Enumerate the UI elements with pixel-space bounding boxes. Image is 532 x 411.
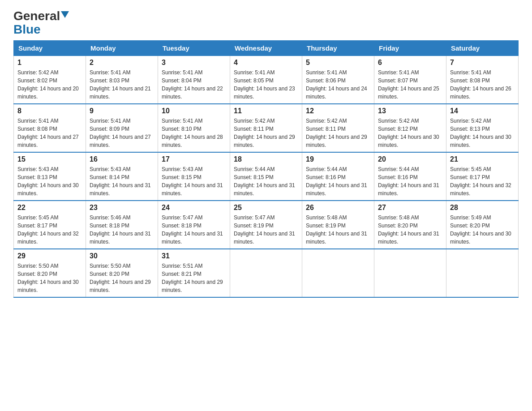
- calendar-week-row: 22 Sunrise: 5:45 AMSunset: 8:17 PMDaylig…: [14, 201, 519, 249]
- day-info: Sunrise: 5:41 AMSunset: 8:03 PMDaylight:…: [90, 69, 151, 100]
- page-header: General Blue: [13, 9, 519, 36]
- calendar-day-cell: 14 Sunrise: 5:42 AMSunset: 8:13 PMDaylig…: [446, 104, 519, 152]
- calendar-day-cell: 11 Sunrise: 5:42 AMSunset: 8:11 PMDaylig…: [230, 104, 302, 152]
- calendar-week-row: 29 Sunrise: 5:50 AMSunset: 8:20 PMDaylig…: [14, 249, 519, 297]
- day-number: 9: [90, 107, 154, 115]
- day-info: Sunrise: 5:41 AMSunset: 8:06 PMDaylight:…: [306, 69, 367, 100]
- calendar-day-cell: 30 Sunrise: 5:50 AMSunset: 8:20 PMDaylig…: [86, 249, 158, 297]
- logo-arrow-icon: [61, 11, 69, 21]
- day-number: 12: [306, 107, 370, 115]
- day-number: 20: [378, 155, 442, 163]
- day-number: 27: [378, 204, 442, 212]
- day-number: 29: [17, 252, 82, 260]
- day-number: 16: [90, 155, 154, 163]
- calendar-day-cell: 1 Sunrise: 5:42 AMSunset: 8:02 PMDayligh…: [14, 56, 86, 104]
- day-info: Sunrise: 5:45 AMSunset: 8:17 PMDaylight:…: [450, 166, 511, 197]
- calendar-week-row: 8 Sunrise: 5:41 AMSunset: 8:08 PMDayligh…: [14, 104, 519, 152]
- column-header-saturday: Saturday: [446, 41, 519, 56]
- day-info: Sunrise: 5:42 AMSunset: 8:12 PMDaylight:…: [378, 118, 439, 148]
- calendar-day-cell: 28 Sunrise: 5:49 AMSunset: 8:20 PMDaylig…: [446, 201, 519, 249]
- calendar-day-cell: 9 Sunrise: 5:41 AMSunset: 8:09 PMDayligh…: [86, 104, 158, 152]
- column-header-tuesday: Tuesday: [158, 41, 230, 56]
- column-header-monday: Monday: [86, 41, 158, 56]
- day-number: 2: [90, 59, 154, 67]
- day-info: Sunrise: 5:42 AMSunset: 8:11 PMDaylight:…: [234, 118, 295, 148]
- column-header-thursday: Thursday: [302, 41, 374, 56]
- calendar-day-cell: 7 Sunrise: 5:41 AMSunset: 8:08 PMDayligh…: [446, 56, 519, 104]
- calendar-week-row: 1 Sunrise: 5:42 AMSunset: 8:02 PMDayligh…: [14, 56, 519, 104]
- day-number: 17: [162, 155, 226, 163]
- day-info: Sunrise: 5:43 AMSunset: 8:13 PMDaylight:…: [17, 166, 79, 197]
- calendar-day-cell: [302, 249, 374, 297]
- day-number: 6: [378, 59, 442, 67]
- day-info: Sunrise: 5:44 AMSunset: 8:15 PMDaylight:…: [234, 166, 295, 197]
- calendar-day-cell: 3 Sunrise: 5:41 AMSunset: 8:04 PMDayligh…: [158, 56, 230, 104]
- day-number: 19: [306, 155, 370, 163]
- calendar-day-cell: 18 Sunrise: 5:44 AMSunset: 8:15 PMDaylig…: [230, 152, 302, 201]
- calendar-day-cell: 19 Sunrise: 5:44 AMSunset: 8:16 PMDaylig…: [302, 152, 374, 201]
- day-number: 30: [90, 252, 154, 260]
- day-info: Sunrise: 5:47 AMSunset: 8:18 PMDaylight:…: [162, 214, 223, 245]
- calendar-header-row: SundayMondayTuesdayWednesdayThursdayFrid…: [14, 41, 519, 56]
- day-number: 18: [234, 155, 298, 163]
- day-number: 25: [234, 204, 298, 212]
- day-info: Sunrise: 5:48 AMSunset: 8:19 PMDaylight:…: [306, 214, 367, 245]
- day-number: 24: [162, 204, 226, 212]
- day-info: Sunrise: 5:44 AMSunset: 8:16 PMDaylight:…: [378, 166, 439, 197]
- day-number: 7: [450, 59, 515, 67]
- column-header-sunday: Sunday: [14, 41, 86, 56]
- day-info: Sunrise: 5:50 AMSunset: 8:20 PMDaylight:…: [17, 263, 79, 293]
- day-number: 21: [450, 155, 515, 163]
- calendar-day-cell: 15 Sunrise: 5:43 AMSunset: 8:13 PMDaylig…: [14, 152, 86, 201]
- calendar-day-cell: [230, 249, 302, 297]
- calendar-day-cell: [374, 249, 446, 297]
- svg-marker-0: [61, 11, 69, 18]
- calendar-day-cell: 27 Sunrise: 5:48 AMSunset: 8:20 PMDaylig…: [374, 201, 446, 249]
- calendar-day-cell: 21 Sunrise: 5:45 AMSunset: 8:17 PMDaylig…: [446, 152, 519, 201]
- day-info: Sunrise: 5:41 AMSunset: 8:10 PMDaylight:…: [162, 118, 223, 148]
- day-info: Sunrise: 5:51 AMSunset: 8:21 PMDaylight:…: [162, 263, 223, 293]
- day-number: 3: [162, 59, 226, 67]
- calendar-day-cell: 16 Sunrise: 5:43 AMSunset: 8:14 PMDaylig…: [86, 152, 158, 201]
- day-info: Sunrise: 5:50 AMSunset: 8:20 PMDaylight:…: [90, 263, 151, 293]
- day-info: Sunrise: 5:41 AMSunset: 8:05 PMDaylight:…: [234, 69, 295, 100]
- day-number: 5: [306, 59, 370, 67]
- logo-blue-text: Blue: [13, 23, 41, 36]
- day-number: 22: [17, 204, 82, 212]
- day-info: Sunrise: 5:43 AMSunset: 8:15 PMDaylight:…: [162, 166, 223, 197]
- calendar-day-cell: 2 Sunrise: 5:41 AMSunset: 8:03 PMDayligh…: [86, 56, 158, 104]
- day-number: 26: [306, 204, 370, 212]
- calendar-day-cell: 29 Sunrise: 5:50 AMSunset: 8:20 PMDaylig…: [14, 249, 86, 297]
- day-info: Sunrise: 5:42 AMSunset: 8:02 PMDaylight:…: [17, 69, 79, 100]
- day-number: 8: [17, 107, 82, 115]
- day-number: 28: [450, 204, 515, 212]
- day-number: 23: [90, 204, 154, 212]
- calendar-week-row: 15 Sunrise: 5:43 AMSunset: 8:13 PMDaylig…: [14, 152, 519, 201]
- calendar-day-cell: 23 Sunrise: 5:46 AMSunset: 8:18 PMDaylig…: [86, 201, 158, 249]
- day-info: Sunrise: 5:47 AMSunset: 8:19 PMDaylight:…: [234, 214, 295, 245]
- day-number: 14: [450, 107, 515, 115]
- calendar-day-cell: 13 Sunrise: 5:42 AMSunset: 8:12 PMDaylig…: [374, 104, 446, 152]
- day-number: 11: [234, 107, 298, 115]
- calendar-day-cell: 22 Sunrise: 5:45 AMSunset: 8:17 PMDaylig…: [14, 201, 86, 249]
- day-info: Sunrise: 5:42 AMSunset: 8:13 PMDaylight:…: [450, 118, 511, 148]
- calendar-table: SundayMondayTuesdayWednesdayThursdayFrid…: [13, 40, 519, 298]
- day-info: Sunrise: 5:48 AMSunset: 8:20 PMDaylight:…: [378, 214, 439, 245]
- calendar-day-cell: 10 Sunrise: 5:41 AMSunset: 8:10 PMDaylig…: [158, 104, 230, 152]
- day-info: Sunrise: 5:41 AMSunset: 8:08 PMDaylight:…: [17, 118, 79, 148]
- calendar-day-cell: 8 Sunrise: 5:41 AMSunset: 8:08 PMDayligh…: [14, 104, 86, 152]
- day-info: Sunrise: 5:49 AMSunset: 8:20 PMDaylight:…: [450, 214, 511, 245]
- day-number: 4: [234, 59, 298, 67]
- day-number: 15: [17, 155, 82, 163]
- day-info: Sunrise: 5:43 AMSunset: 8:14 PMDaylight:…: [90, 166, 151, 197]
- day-number: 13: [378, 107, 442, 115]
- logo-general-text: General: [13, 9, 60, 23]
- calendar-day-cell: 6 Sunrise: 5:41 AMSunset: 8:07 PMDayligh…: [374, 56, 446, 104]
- column-header-wednesday: Wednesday: [230, 41, 302, 56]
- calendar-day-cell: 25 Sunrise: 5:47 AMSunset: 8:19 PMDaylig…: [230, 201, 302, 249]
- calendar-day-cell: 12 Sunrise: 5:42 AMSunset: 8:11 PMDaylig…: [302, 104, 374, 152]
- day-info: Sunrise: 5:42 AMSunset: 8:11 PMDaylight:…: [306, 118, 367, 148]
- calendar-day-cell: 20 Sunrise: 5:44 AMSunset: 8:16 PMDaylig…: [374, 152, 446, 201]
- calendar-day-cell: 17 Sunrise: 5:43 AMSunset: 8:15 PMDaylig…: [158, 152, 230, 201]
- day-info: Sunrise: 5:41 AMSunset: 8:07 PMDaylight:…: [378, 69, 439, 100]
